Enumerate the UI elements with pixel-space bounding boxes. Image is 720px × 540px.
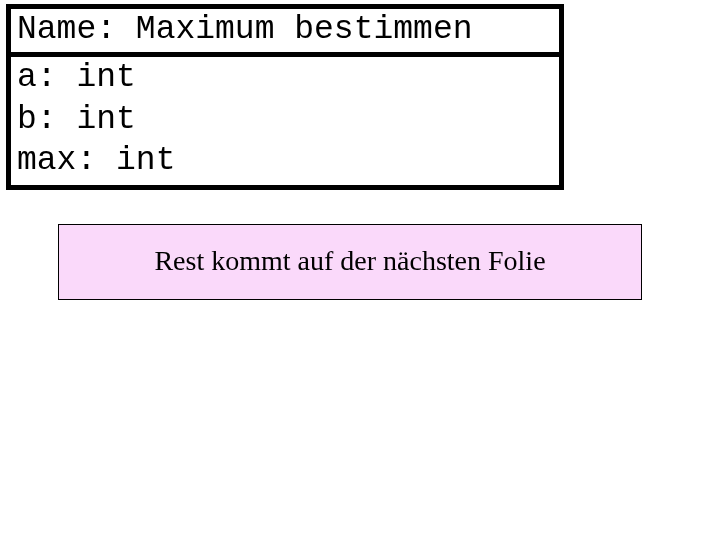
var-name: a bbox=[17, 59, 37, 96]
header-label-prefix: Name: bbox=[17, 11, 136, 48]
var-name: max bbox=[17, 142, 76, 179]
table-body: a: int b: int max: int bbox=[11, 57, 559, 185]
header-name: Maximum bestimmen bbox=[136, 11, 473, 48]
definition-table: Name: Maximum bestimmen a: int b: int ma… bbox=[6, 4, 564, 190]
caption-text: Rest kommt auf der nächsten Folie bbox=[154, 245, 545, 276]
table-header: Name: Maximum bestimmen bbox=[11, 9, 559, 57]
var-type: int bbox=[76, 59, 135, 96]
var-type: int bbox=[76, 101, 135, 138]
variable-line: b: int bbox=[17, 99, 553, 140]
var-name: b bbox=[17, 101, 37, 138]
var-type: int bbox=[116, 142, 175, 179]
variable-line: max: int bbox=[17, 140, 553, 181]
caption-box: Rest kommt auf der nächsten Folie bbox=[58, 224, 642, 300]
variable-line: a: int bbox=[17, 57, 553, 98]
